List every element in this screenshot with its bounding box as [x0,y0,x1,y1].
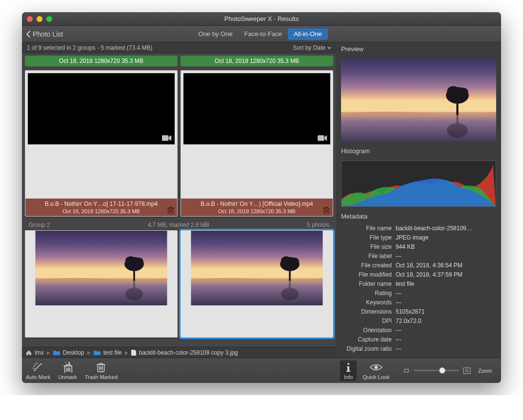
zoom-window-button[interactable] [46,16,52,22]
chevron-left-icon [26,31,31,38]
preview-header: Preview [336,42,501,56]
breadcrumb-sep: ▶ [87,350,91,355]
slider-knob[interactable] [439,367,445,374]
breadcrumb-item[interactable]: lmx [35,349,44,356]
trash-icon [97,362,105,372]
group-name: Group 2 [29,221,50,228]
file-icon [131,350,136,356]
breadcrumb: lmx ▶ Desktop ▶ test file ▶ backlit-beac… [22,347,336,358]
info-button[interactable]: Info [340,360,357,381]
metadata-value: --- [396,344,496,354]
media-filename: B.o.B - Nothin' On Y…o] 17-11-17-978.mp4 [28,200,174,207]
metadata-value: 944 KB [396,242,496,252]
media-filename: B.o.B - Nothin' On Y…) [Official Video].… [184,200,330,207]
group-header: Group 2 4.7 MB, marked 2.8 MB 5 photos [25,217,333,230]
trash-marked-button[interactable]: Trash Marked [85,361,118,380]
status-bar: 1 of 9 selected in 2 groups - 5 marked (… [22,42,336,53]
duplicate-info-bar: Oct 18, 2018 1280x720 35.3 MB [25,56,178,66]
svg-point-10 [41,363,42,364]
media-thumbnail [25,71,177,147]
metadata-panel: File namebacklit-beach-color-258109… Fil… [336,223,501,358]
svg-point-12 [374,365,378,369]
metadata-value: --- [396,298,496,307]
minimize-window-button[interactable] [37,16,42,22]
media-thumbnail [181,231,333,305]
video-icon [318,135,327,141]
metadata-value: Oct 18, 2018, 4:36:54 PM [396,261,496,270]
histogram [341,160,496,207]
breadcrumb-item[interactable]: Desktop [63,349,84,356]
metadata-value: JPEG image [396,233,496,242]
breadcrumb-file: backlit-beach-color-258109 copy 3.jpg [139,349,238,356]
zoom-in-icon [463,367,471,374]
svg-rect-13 [404,369,408,372]
histogram-header: Histogram [336,144,501,158]
trash-icon[interactable] [323,206,330,214]
media-card[interactable]: B.o.B - Nothin' On Y…o] 17-11-17-978.mp4… [25,70,178,217]
folder-icon [94,350,101,355]
media-card-footer: B.o.B - Nothin' On Y…o] 17-11-17-978.mp4… [25,199,177,216]
quick-look-button[interactable]: Quick Look [362,361,389,380]
close-window-button[interactable] [27,16,33,22]
media-card-footer: B.o.B - Nothin' On Y…) [Official Video].… [181,199,333,216]
folder-icon [53,350,60,355]
metadata-value: 72.0x72.0 [396,317,496,326]
zoom-label: Zoom [473,368,497,374]
wand-icon [33,362,43,372]
titlebar: PhotoSweeper X - Results [22,12,501,26]
home-icon [26,350,32,356]
metadata-value: test file [396,280,496,289]
tab-one-by-one[interactable]: One by One [193,28,239,40]
video-icon [162,135,172,141]
view-mode-tabs: One by One Face-to-Face All-in-One [193,28,328,40]
group-size: 4.7 MB, marked 2.8 MB [148,221,209,228]
eye-icon [370,363,382,371]
duplicate-info-bar: Oct 18, 2018 1280x720 35.3 MB [181,56,333,66]
metadata-value: --- [396,289,496,298]
metadata-value: 5105x2871 [396,307,496,317]
trash-undo-icon [62,362,72,373]
metadata-value: Oct 18, 2018, 4:37:59 PM [396,270,496,280]
zoom-out-icon [403,368,410,374]
sort-label: Sort by Date [293,44,325,51]
window-title: PhotoSweeper X - Results [224,15,299,22]
svg-point-15 [466,369,468,372]
media-thumbnail [181,71,333,147]
zoom-slider[interactable] [403,367,471,374]
media-details: Oct 18, 2018 1280x720 35.3 MB [28,208,174,214]
bottom-toolbar: Auto Mark Unmark Trash Marked [22,358,336,383]
right-bottom-toolbar: Info Quick Look Zoom [336,358,501,383]
tab-face-to-face[interactable]: Face-to-Face [239,28,288,40]
breadcrumb-sep: ▶ [125,350,128,355]
svg-rect-14 [463,368,470,374]
media-details: Oct 18, 2018 1280x720 35.3 MB [184,208,330,214]
media-thumbnail [25,231,177,305]
tab-all-in-one[interactable]: All-in-One [288,28,328,40]
preview-image [341,59,496,141]
media-card[interactable] [25,230,178,338]
svg-point-11 [347,363,349,365]
auto-mark-button[interactable]: Auto Mark [26,361,50,380]
group-count: 5 photos [307,221,329,228]
metadata-value: backlit-beach-color-258109… [396,224,496,233]
selection-status: 1 of 9 selected in 2 groups - 5 marked (… [27,44,152,51]
metadata-value: --- [396,326,496,335]
back-button[interactable]: Photo List [26,30,63,38]
breadcrumb-sep: ▶ [47,350,50,355]
breadcrumb-item[interactable]: test file [103,349,122,356]
metadata-value: --- [396,252,496,261]
chevron-down-icon [327,46,331,49]
unmark-button[interactable]: Unmark [58,361,77,380]
info-icon [345,362,352,372]
trash-icon[interactable] [167,206,174,214]
metadata-value: --- [396,335,496,344]
toolbar: Photo List One by One Face-to-Face All-i… [22,26,501,42]
sort-menu[interactable]: Sort by Date [293,44,331,51]
media-card[interactable]: B.o.B - Nothin' On Y…) [Official Video].… [181,70,333,217]
media-card-selected[interactable] [181,230,333,338]
metadata-header: Metadata [336,210,501,223]
back-label: Photo List [33,30,63,38]
